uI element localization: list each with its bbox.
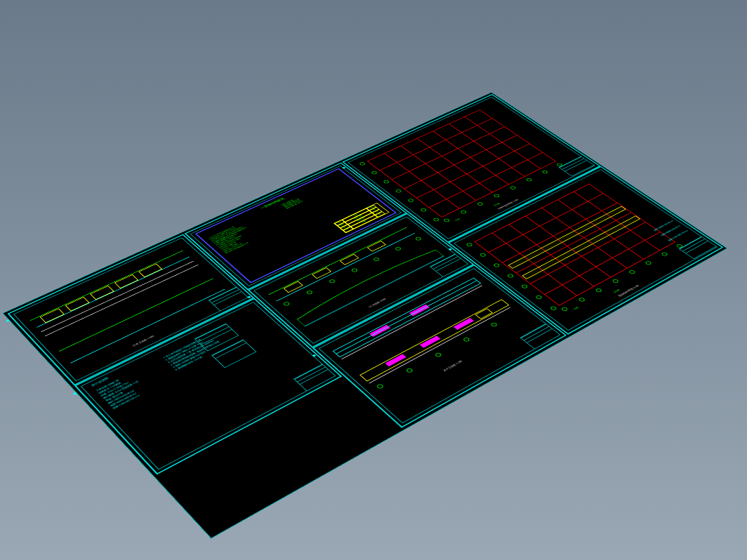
notes-column-left: 1. 本工程为轻型门式钢架结构厂房 2. 建筑面积约 2800 m² 层高 8.… [208, 207, 293, 254]
note-line: 3. 抗震设防烈度 7 度 基本风压 0.45kN/m² [167, 339, 215, 364]
section-title: 1-1 剖面图 1:200 [367, 298, 386, 308]
axis-marker [549, 306, 557, 312]
note-line: 2. 建筑面积约 2800 m² 层高 8.5m [165, 341, 204, 361]
axis-marker [434, 352, 442, 358]
eave-line [37, 257, 190, 328]
axis-marker [282, 301, 290, 306]
sheet-label: 建筑施工图 [71, 389, 77, 392]
small-table-1 [194, 324, 239, 352]
axis-marker [595, 288, 602, 293]
viewport-3d[interactable]: 建筑施工图 ①-⑧ 立面图 1:200 建筑施工图 设计总说明 工程名称: 轻钢… [0, 0, 747, 560]
notes-column-right: 基础: 独立柱基 钢柱 H400×200×8×13 钢梁 H500×200×8×… [282, 175, 351, 210]
title-strip: 建筑施工图 [71, 389, 154, 474]
window-3 [90, 286, 114, 300]
note-line: 6. 高强螺栓采用 10.9 级 [174, 356, 203, 371]
opening [284, 281, 303, 293]
plan-title: 屋面檩条布置图 1:200 [617, 284, 640, 297]
sheet-label: 建筑施工图 [446, 246, 451, 248]
note-line: 檩条 C160×60×20×2.5 [286, 179, 351, 209]
axis-marker [305, 290, 313, 295]
spec-line: 钢柱 H400×200×8×13 [107, 389, 135, 404]
axis-marker [376, 383, 384, 389]
sheet-label: 建筑施工图 [4, 316, 10, 319]
title-block [293, 364, 336, 391]
elevation-title: A-G 立面图 1:200 [443, 360, 463, 372]
sheet-side-elevations[interactable]: 建筑施工图 A-G 立面图 1:200 [312, 265, 567, 428]
window-1 [40, 308, 65, 323]
ridge-line [30, 251, 183, 321]
title-block [520, 324, 560, 349]
dim-text: 7500 [572, 306, 579, 310]
title-strip: 建筑施工图 [4, 316, 71, 385]
axis-marker [578, 297, 586, 302]
spec-line: 跨度: 24m×7 柱距 7.5m [100, 381, 129, 396]
axis-marker [463, 337, 471, 342]
axis-marker [560, 307, 569, 312]
note-line: 1. 本工程为轻型门式钢架结构厂房 [162, 338, 201, 359]
ground-line [341, 286, 482, 359]
dim-text: 24000 [612, 288, 621, 293]
elevation-title: ①-⑧ 立面图 1:200 [131, 335, 154, 347]
axis-marker [520, 284, 528, 289]
drawing-board[interactable]: 建筑施工图 ①-⑧ 立面图 1:200 建筑施工图 设计总说明 工程名称: 轻钢… [4, 93, 727, 538]
spec-line: 工程名称: 轻钢厂房 [95, 379, 120, 392]
axis-marker [490, 322, 498, 328]
axis-marker [405, 368, 414, 373]
axis-marker [535, 295, 543, 300]
note-line: 5. 钢材 Q235B 焊条 E43 系列 [172, 350, 207, 368]
note-line: 4. 屋面采用彩钢压型板 墙面采用彩钢夹芯板 [169, 340, 219, 366]
spec-line: 檐口高度: 8.5m 屋面坡度 1:10 [103, 380, 139, 399]
spec-line: 檩条 C160×60×20×2.5 [112, 394, 140, 410]
spec-line: 基础: 独立柱基 [105, 392, 124, 402]
window-2 [65, 297, 90, 312]
spec-line: 钢梁 H500×200×8×12 [110, 392, 137, 407]
small-table-2 [211, 340, 256, 368]
ground-line [369, 307, 510, 384]
notes-heading: 设计总说明 [91, 377, 109, 387]
spec-line: 结构形式: 门式刚架 [98, 381, 122, 394]
